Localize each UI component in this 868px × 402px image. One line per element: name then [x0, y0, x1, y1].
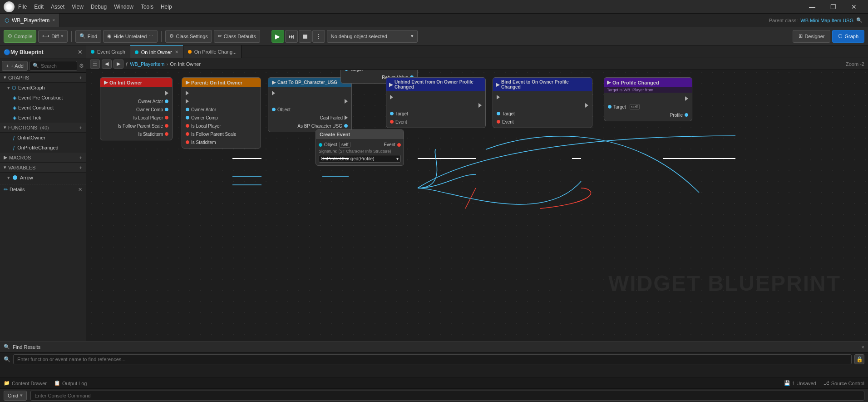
nav-back-button[interactable]: ◀	[102, 60, 112, 69]
pin-is-static-out[interactable]: Is Staticitem	[100, 130, 172, 138]
graphs-add-icon[interactable]: +	[79, 75, 82, 80]
search-input[interactable]	[41, 63, 74, 69]
pin-target-opc[interactable]: Target self	[604, 103, 692, 111]
find-results-close[interactable]: ×	[862, 344, 864, 350]
tab-event-graph[interactable]: Event Graph	[86, 45, 130, 59]
details-close-button[interactable]: ✕	[78, 187, 82, 193]
pin-cast-failed-out[interactable]: Cast Failed	[268, 114, 351, 122]
pin-is-local-player-out[interactable]: Is Local Player	[100, 114, 172, 122]
functions-section-header[interactable]: ▾ FUNCTIONS (40) +	[0, 123, 86, 133]
pin-owner-comp-in[interactable]: Owner Comp	[182, 114, 261, 122]
pin-owner-comp-out[interactable]: Owner Comp	[100, 105, 172, 114]
tab-close-button[interactable]: ×	[52, 18, 55, 23]
find-lock-button[interactable]: 🔒	[854, 354, 864, 364]
source-control-item[interactable]: ⎇ Source Control	[824, 380, 864, 386]
console-input[interactable]	[30, 391, 864, 401]
find-button[interactable]: 🔍 Find	[75, 30, 101, 43]
pin-is-static-in[interactable]: Is Staticitem	[182, 138, 261, 146]
node-on-init-owner[interactable]: ▶ On Init Owner Owner Actor Owner Comp I…	[100, 77, 173, 140]
compile-button[interactable]: ⚙ Compile	[4, 30, 36, 43]
pin-owner-actor-in[interactable]: Owner Actor	[182, 105, 261, 114]
output-log-item[interactable]: 📋 Output Log	[54, 380, 87, 386]
node-parent-on-init-owner[interactable]: ▶ Parent: On Init Owner Owner Actor Owne…	[182, 77, 261, 149]
node-on-profile-changed[interactable]: ▶ On Profile Changed Target is WB_Player…	[604, 77, 692, 121]
tab-on-init-owner[interactable]: On Init Owner ✕	[130, 45, 183, 59]
designer-button[interactable]: ⊞ Designer	[793, 30, 830, 43]
arrow-variable-item[interactable]: ▾ Arrow	[0, 173, 86, 183]
menu-asset[interactable]: Asset	[51, 4, 64, 10]
step-button[interactable]: ⏭	[285, 30, 298, 43]
find-results-input[interactable]	[13, 354, 852, 364]
pin-target-ubnd[interactable]: Target	[386, 109, 485, 118]
pin-exec-out-cast[interactable]	[268, 97, 351, 105]
node-bind-event[interactable]: ▶ Bind Event to On Owner Profile Changed…	[493, 77, 592, 128]
macros-add-icon[interactable]: +	[79, 155, 82, 160]
pin-follow-parent-out[interactable]: Is Follow Parent Scale	[100, 122, 172, 130]
play-button[interactable]: ▶	[271, 30, 284, 43]
add-button[interactable]: + + Add	[2, 61, 28, 71]
on-profile-changed-func-item[interactable]: ƒ OnProfileChanged	[0, 143, 86, 153]
stop-button[interactable]: ⏹	[299, 30, 311, 43]
close-button[interactable]: ✕	[843, 0, 864, 14]
menu-tools[interactable]: Tools	[141, 4, 153, 10]
dropdown-create-event[interactable]: OnProfileChanged(Profile) ▾	[319, 155, 401, 163]
class-defaults-button[interactable]: ✏ Class Defaults	[214, 30, 260, 43]
pin-event-ubnd[interactable]: Event	[386, 118, 485, 126]
cmd-button[interactable]: Cmd ▾	[4, 391, 27, 401]
graphs-section-header[interactable]: ▾ GRAPHS +	[0, 73, 86, 83]
pin-exec-out-ubnd[interactable]	[386, 101, 485, 109]
breadcrumb-root[interactable]: WB_PlayerItem	[130, 61, 164, 67]
pin-exec-out-bnd[interactable]	[493, 101, 592, 109]
menu-help[interactable]: Help	[161, 4, 172, 10]
pin-event-bnd[interactable]: Event	[493, 118, 592, 126]
variables-add-icon[interactable]: +	[79, 165, 82, 170]
menu-edit[interactable]: Edit	[34, 4, 44, 10]
pin-local-player-in[interactable]: Is Local Player	[182, 122, 261, 130]
on-init-owner-func-item[interactable]: ƒ OnInitOwner	[0, 133, 86, 143]
menu-file[interactable]: File	[18, 4, 27, 10]
node-cast-to-bp[interactable]: ▶ Cast To BP_Character_USG Object Cast F…	[268, 77, 352, 132]
functions-add-icon[interactable]: +	[79, 125, 82, 130]
event-tick-item[interactable]: ◈ Event Tick	[0, 113, 86, 123]
pin-exec-in-ubnd[interactable]	[386, 93, 485, 101]
settings-icon[interactable]: ⚙	[79, 63, 84, 69]
restore-button[interactable]: ❐	[823, 0, 843, 14]
macros-section-header[interactable]: ▶ MACROS +	[0, 153, 86, 163]
pin-exec-out-parent[interactable]	[182, 97, 261, 105]
content-drawer-item[interactable]: 📁 Content Drawer	[4, 380, 47, 386]
panel-close-button[interactable]: ✕	[78, 49, 82, 55]
diff-button[interactable]: ⟷ Diff ▾	[38, 30, 67, 43]
pin-follow-parent-in[interactable]: Is Follow Parent Scale	[182, 130, 261, 138]
pin-target-bnd[interactable]: Target	[493, 109, 592, 118]
nav-forward-button[interactable]: ▶	[113, 60, 123, 69]
event-construct-item[interactable]: ◈ Event Construct	[0, 103, 86, 113]
unsaved-item[interactable]: 💾 1 Unsaved	[784, 380, 816, 386]
graph-button[interactable]: ⬡ Graph	[832, 30, 864, 43]
pin-object-in[interactable]: Object	[268, 105, 351, 114]
pin-exec-in-bnd[interactable]	[493, 93, 592, 101]
menu-debug[interactable]: Debug	[91, 4, 107, 10]
debug-selector[interactable]: No debug object selected ▾	[327, 30, 418, 43]
node-create-event[interactable]: Create Event Object self Event Signature…	[316, 129, 404, 166]
variables-section-header[interactable]: ▾ VARIABLES +	[0, 163, 86, 173]
pin-owner-actor-out[interactable]: Owner Actor	[100, 97, 172, 105]
nav-list-button[interactable]: ☰	[90, 60, 100, 69]
pin-exec-in-parent[interactable]	[182, 89, 261, 97]
details-item[interactable]: ✏ Details ✕	[0, 184, 86, 194]
tab-close-init[interactable]: ✕	[175, 50, 178, 55]
event-graph-item[interactable]: ▾ ⬡ EventGraph	[0, 83, 86, 93]
menu-window[interactable]: Window	[114, 4, 133, 10]
pin-as-bp-out[interactable]: As BP Character USG	[268, 122, 351, 130]
tab-wb-playeritem[interactable]: ⬡ WB_PlayerItem ×	[0, 14, 60, 27]
class-settings-button[interactable]: ⚙ Class Settings	[165, 30, 212, 43]
event-pre-construct-item[interactable]: ◈ Event Pre Construct	[0, 93, 86, 103]
hide-unrelated-button[interactable]: ◉ Hide Unrelated ⋯	[103, 30, 158, 43]
pin-profile-opc[interactable]: Profile	[604, 111, 692, 119]
pin-exec-out[interactable]	[100, 89, 172, 97]
pin-exec-out-opc[interactable]	[604, 94, 692, 103]
minimize-button[interactable]: —	[802, 0, 823, 14]
menu-view[interactable]: View	[72, 4, 84, 10]
tab-on-profile-changed[interactable]: On Profile Chang...	[183, 45, 242, 59]
search-box[interactable]: 🔍	[30, 61, 77, 71]
pin-exec-in-cast[interactable]	[268, 89, 351, 97]
